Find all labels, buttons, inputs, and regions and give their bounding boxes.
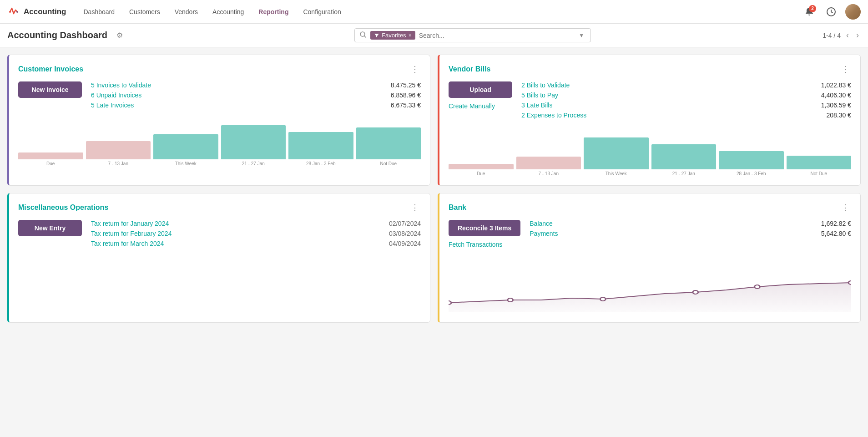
customer-invoices-title: Customer Invoices: [18, 65, 83, 73]
pagination-next-button[interactable]: ›: [854, 30, 861, 41]
pagination-prev-button[interactable]: ‹: [844, 30, 851, 41]
avatar[interactable]: [845, 4, 861, 20]
misc-operations-title: Miscellaneous Operations: [18, 203, 108, 212]
vb-stat-label-0[interactable]: 2 Bills to Validate: [521, 81, 570, 89]
filter-icon: [374, 33, 379, 38]
vendor-bills-menu-button[interactable]: ⋮: [839, 64, 851, 74]
nav-configuration[interactable]: Configuration: [297, 5, 347, 18]
bank-stat-value-0: 1,692.82 €: [821, 220, 851, 227]
misc-date-1: 03/08/2024: [389, 230, 421, 237]
misc-operations-card: Miscellaneous Operations ⋮ New Entry Tax…: [7, 193, 430, 323]
new-entry-button[interactable]: New Entry: [18, 220, 82, 236]
svg-point-10: [848, 281, 851, 285]
misc-operations-menu-button[interactable]: ⋮: [409, 203, 421, 213]
bank-stat-label-1[interactable]: Payments: [530, 230, 558, 237]
nav-dashboard[interactable]: Dashboard: [77, 5, 121, 18]
search-input[interactable]: [419, 32, 574, 39]
svg-point-7: [600, 297, 606, 301]
vb-stat-value-1: 4,406.30 €: [821, 91, 851, 99]
vb-stat-row-1: 5 Bills to Pay 4,406.30 €: [521, 91, 851, 99]
clock-button[interactable]: [823, 4, 839, 20]
bank-stat-value-1: 5,642.80 €: [821, 230, 851, 237]
bank-chart-svg: [449, 257, 851, 312]
misc-date-0: 02/07/2024: [389, 220, 421, 227]
page-title: Accounting Dashboard: [7, 30, 107, 41]
misc-date-2: 04/09/2024: [389, 240, 421, 247]
vendor-bills-actions: Upload Create Manually: [449, 81, 512, 110]
misc-operations-header: Miscellaneous Operations ⋮: [18, 203, 421, 213]
vendor-bills-body: Upload Create Manually 2 Bills to Valida…: [449, 81, 851, 122]
vb-stat-value-0: 1,022.83 €: [821, 81, 851, 89]
reconcile-button[interactable]: Reconcile 3 Items: [449, 220, 520, 236]
vb-stat-row-2: 3 Late Bills 1,306.59 €: [521, 102, 851, 109]
svg-point-2: [16, 11, 18, 13]
vb-stat-value-3: 208.30 €: [827, 112, 852, 119]
misc-operations-actions: New Entry: [18, 220, 82, 236]
notification-badge: 2: [809, 5, 816, 12]
vb-stat-label-2[interactable]: 3 Late Bills: [521, 102, 552, 109]
svg-point-5: [449, 301, 451, 305]
avatar-image: [845, 4, 861, 20]
vendor-bills-stats: 2 Bills to Validate 1,022.83 € 5 Bills t…: [521, 81, 851, 122]
vb-stat-label-1[interactable]: 5 Bills to Pay: [521, 91, 558, 99]
customer-invoices-stats: 5 Invoices to Validate 8,475.25 € 6 Unpa…: [91, 81, 421, 112]
bank-stat-row-0: Balance 1,692.82 €: [530, 220, 851, 227]
bank-stats: Balance 1,692.82 € Payments 5,642.80 €: [530, 220, 851, 240]
bank-stat-label-0[interactable]: Balance: [530, 220, 553, 227]
pagination-info: 1-4 / 4 ‹ ›: [823, 30, 861, 41]
vendor-bills-chart: Due 7 - 13 Jan This Week 21 - 27 Jan 28 …: [449, 131, 851, 176]
create-manually-button[interactable]: Create Manually: [449, 102, 512, 110]
bank-card: Bank ⋮ Reconcile 3 Items Fetch Transacti…: [438, 193, 861, 323]
notifications-button[interactable]: 2: [802, 4, 817, 20]
misc-label-0[interactable]: Tax return for January 2024: [91, 220, 169, 227]
customer-invoices-header: Customer Invoices ⋮: [18, 64, 421, 74]
brand[interactable]: Accounting: [7, 5, 66, 18]
misc-row-2: Tax return for March 2024 04/09/2024: [91, 240, 421, 247]
vb-stat-label-3[interactable]: 2 Expenses to Process: [521, 112, 586, 119]
clock-icon: [826, 7, 836, 17]
customer-invoices-body: New Invoice 5 Invoices to Validate 8,475…: [18, 81, 421, 112]
navbar: Accounting Dashboard Customers Vendors A…: [0, 0, 868, 24]
nav-accounting[interactable]: Accounting: [206, 5, 250, 18]
brand-icon: [7, 5, 20, 18]
vb-stat-row-0: 2 Bills to Validate 1,022.83 €: [521, 81, 851, 89]
nav-vendors[interactable]: Vendors: [168, 5, 204, 18]
stat-row-0: 5 Invoices to Validate 8,475.25 €: [91, 81, 421, 89]
misc-label-2[interactable]: Tax return for March 2024: [91, 240, 164, 247]
main-grid: Customer Invoices ⋮ New Invoice 5 Invoic…: [0, 47, 868, 330]
search-dropdown-button[interactable]: ▼: [577, 32, 586, 39]
filter-favorites-tag: Favorites ×: [370, 31, 415, 40]
bank-menu-button[interactable]: ⋮: [839, 203, 851, 213]
new-invoice-button[interactable]: New Invoice: [18, 81, 82, 98]
search-bar: Favorites × ▼: [354, 28, 591, 42]
stat-row-1: 6 Unpaid Invoices 6,858.96 €: [91, 91, 421, 99]
navbar-right: 2: [802, 4, 861, 20]
vendor-bills-title: Vendor Bills: [449, 65, 490, 73]
toolbar: Accounting Dashboard ⚙ Favorites × ▼ 1-4…: [0, 24, 868, 47]
stat-label-1[interactable]: 6 Unpaid Invoices: [91, 91, 141, 99]
customer-invoices-actions: New Invoice: [18, 81, 82, 98]
bank-title: Bank: [449, 203, 466, 212]
misc-operations-stats: Tax return for January 2024 02/07/2024 T…: [91, 220, 421, 250]
fetch-transactions-button[interactable]: Fetch Transactions: [449, 241, 520, 248]
svg-point-8: [693, 290, 698, 294]
stat-row-2: 5 Late Invoices 6,675.33 €: [91, 102, 421, 109]
bank-body: Reconcile 3 Items Fetch Transactions Bal…: [449, 220, 851, 248]
svg-point-9: [755, 285, 760, 289]
nav-reporting[interactable]: Reporting: [252, 5, 295, 18]
svg-point-6: [508, 298, 513, 302]
misc-label-1[interactable]: Tax return for February 2024: [91, 230, 172, 237]
gear-icon[interactable]: ⚙: [116, 31, 123, 40]
filter-close-button[interactable]: ×: [409, 32, 412, 39]
vendor-bills-header: Vendor Bills ⋮: [449, 64, 851, 74]
bank-actions: Reconcile 3 Items Fetch Transactions: [449, 220, 520, 248]
stat-label-0[interactable]: 5 Invoices to Validate: [91, 81, 151, 89]
search-icon: [359, 31, 367, 40]
upload-button[interactable]: Upload: [449, 81, 512, 98]
nav-customers[interactable]: Customers: [123, 5, 167, 18]
vb-stat-value-2: 1,306.59 €: [821, 102, 851, 109]
customer-invoices-menu-button[interactable]: ⋮: [409, 64, 421, 74]
customer-invoices-chart: Due 7 - 13 Jan This Week 21 - 27 Jan 28 …: [18, 121, 421, 166]
filter-label: Favorites: [382, 32, 406, 39]
stat-label-2[interactable]: 5 Late Invoices: [91, 102, 134, 109]
